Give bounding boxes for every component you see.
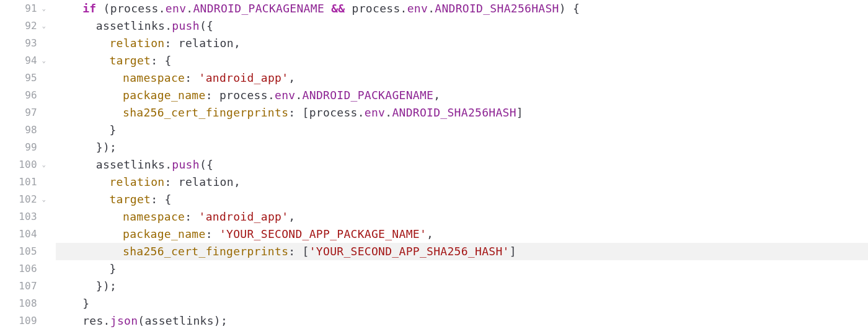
token: .: [401, 2, 407, 15]
line-number[interactable]: 98: [0, 121, 37, 139]
line-number[interactable]: 99: [0, 139, 37, 156]
code-line[interactable]: });: [56, 278, 868, 295]
token: env: [275, 89, 295, 102]
token: ANDROID_SHA256HASH: [392, 106, 516, 119]
code-line[interactable]: if (process.env.ANDROID_PACKAGENAME && p…: [56, 0, 868, 17]
token: if: [82, 2, 96, 15]
line-number[interactable]: 106: [0, 260, 37, 278]
token: process: [309, 106, 358, 119]
token: push: [172, 158, 200, 171]
code-line[interactable]: target: {: [56, 191, 868, 208]
line-number[interactable]: 91⌄: [0, 0, 37, 17]
token: namespace: [123, 210, 185, 223]
token: });: [96, 141, 117, 154]
token: namespace: [123, 71, 185, 84]
code-line[interactable]: sha256_cert_fingerprints: [process.env.A…: [56, 104, 868, 121]
code-line[interactable]: relation: relation,: [56, 35, 868, 52]
token: ANDROID_SHA256HASH: [435, 2, 559, 15]
line-number[interactable]: 96: [0, 87, 37, 104]
code-line[interactable]: namespace: 'android_app',: [56, 69, 868, 87]
fold-toggle-icon[interactable]: ⌄: [42, 191, 46, 208]
line-number[interactable]: 108: [0, 295, 37, 312]
code-line[interactable]: package_name: process.env.ANDROID_PACKAG…: [56, 87, 868, 104]
fold-toggle-icon[interactable]: ⌄: [42, 17, 46, 35]
token: sha256_cert_fingerprints: [123, 106, 288, 119]
code-line[interactable]: });: [56, 139, 868, 156]
line-number-text: 98: [25, 124, 37, 136]
token: relation: [179, 175, 234, 188]
line-number-text: 103: [19, 211, 37, 222]
code-line[interactable]: assetlinks.push({: [56, 156, 868, 173]
code-line[interactable]: res.json(assetlinks);: [56, 312, 868, 329]
token: ANDROID_PACKAGENAME: [193, 2, 324, 15]
token: :: [165, 37, 179, 50]
line-number[interactable]: 95: [0, 69, 37, 87]
line-number[interactable]: 94⌄: [0, 52, 37, 69]
token: ({: [200, 19, 213, 32]
line-number[interactable]: 104: [0, 226, 37, 243]
token: env: [166, 2, 186, 15]
line-number[interactable]: 100⌄: [0, 156, 37, 173]
token: :: [185, 71, 198, 84]
token: target: [109, 193, 151, 206]
token: ANDROID_PACKAGENAME: [303, 89, 434, 102]
token: (: [96, 2, 110, 15]
token: relation: [109, 175, 164, 188]
token: [345, 2, 352, 15]
line-number[interactable]: 101: [0, 173, 37, 191]
token: .: [186, 2, 193, 15]
line-number[interactable]: 107: [0, 278, 37, 295]
token: }: [82, 297, 89, 310]
token: ,: [427, 227, 433, 240]
line-number[interactable]: 102⌄: [0, 191, 37, 208]
token: package_name: [123, 227, 206, 240]
token: .: [385, 106, 392, 119]
code-line[interactable]: sha256_cert_fingerprints: ['YOUR_SECOND_…: [56, 243, 868, 260]
line-number[interactable]: 103: [0, 208, 37, 226]
token: .: [295, 89, 302, 102]
token: ]: [516, 106, 523, 119]
line-number-text: 96: [25, 89, 37, 101]
token: : [: [288, 245, 309, 258]
code-line[interactable]: target: {: [56, 52, 868, 69]
code-line[interactable]: package_name: 'YOUR_SECOND_APP_PACKAGE_N…: [56, 226, 868, 243]
token: :: [206, 227, 219, 240]
token: ,: [433, 89, 440, 102]
code-editor[interactable]: 91⌄92⌄9394⌄9596979899100⌄101102⌄10310410…: [0, 0, 868, 329]
line-number-gutter[interactable]: 91⌄92⌄9394⌄9596979899100⌄101102⌄10310410…: [0, 0, 41, 329]
token: assetlinks: [96, 19, 165, 32]
line-number[interactable]: 105: [0, 243, 37, 260]
token: :: [206, 89, 219, 102]
token: process: [352, 2, 401, 15]
code-line[interactable]: }: [56, 121, 868, 139]
token: json: [110, 314, 138, 327]
token: env: [407, 2, 428, 15]
line-number[interactable]: 97: [0, 104, 37, 121]
token: : [: [288, 106, 309, 119]
code-line[interactable]: assetlinks.push({: [56, 17, 868, 35]
token: :: [165, 175, 179, 188]
token: ,: [234, 175, 241, 188]
token: (: [138, 314, 144, 327]
line-number[interactable]: 93: [0, 35, 37, 52]
line-number[interactable]: 92⌄: [0, 17, 37, 35]
fold-toggle-icon[interactable]: ⌄: [42, 52, 46, 69]
token: ({: [200, 158, 213, 171]
fold-toggle-icon[interactable]: ⌄: [42, 0, 46, 17]
line-number-text: 102: [19, 193, 37, 205]
code-line[interactable]: }: [56, 295, 868, 312]
fold-toggle-icon[interactable]: ⌄: [42, 156, 46, 173]
line-number-text: 99: [25, 141, 37, 153]
token: 'android_app': [199, 71, 289, 84]
line-number-text: 91: [25, 2, 37, 14]
token: relation: [179, 37, 234, 50]
line-number-text: 101: [19, 176, 37, 188]
code-line[interactable]: }: [56, 260, 868, 278]
code-line[interactable]: namespace: 'android_app',: [56, 208, 868, 226]
line-number[interactable]: 109: [0, 312, 37, 329]
token: assetlinks: [144, 314, 213, 327]
token: 'android_app': [199, 210, 289, 223]
token: sha256_cert_fingerprints: [123, 245, 288, 258]
code-area[interactable]: if (process.env.ANDROID_PACKAGENAME && p…: [41, 0, 868, 329]
code-line[interactable]: relation: relation,: [56, 173, 868, 191]
